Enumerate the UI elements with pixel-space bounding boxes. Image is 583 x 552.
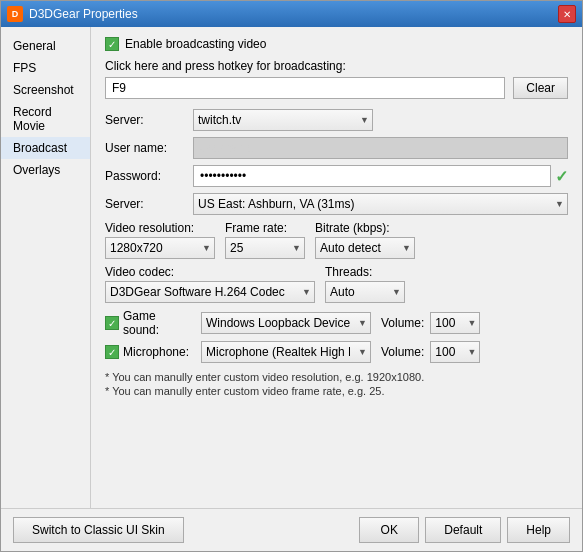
fr-group: Frame rate: 25 30 60 15 ▼ (225, 221, 305, 259)
help-button[interactable]: Help (507, 517, 570, 543)
game-volume-select-wrapper: 100 75 50 25 0 ▼ (430, 312, 480, 334)
server-row: Server: twitch.tv YouTube Mixer ▼ (105, 109, 568, 131)
threads-label: Threads: (325, 265, 405, 279)
server2-select-wrapper: US East: Ashburn, VA (31ms) US West: San… (193, 193, 568, 215)
server2-label: Server: (105, 197, 185, 211)
note2: * You can manully enter custom video fra… (105, 385, 568, 397)
password-label: Password: (105, 169, 185, 183)
notes-section: * You can manully enter custom video res… (105, 371, 568, 397)
bitrate-select[interactable]: Auto detect 1000 2000 3000 4000 (315, 237, 415, 259)
mic-volume-select-wrapper: 100 75 50 25 0 ▼ (430, 341, 480, 363)
game-sound-label: Game sound: (123, 309, 195, 337)
res-group: Video resolution: 1280x720 1920x1080 854… (105, 221, 215, 259)
mic-label-container: ✓ Microphone: (105, 345, 195, 359)
codec-select[interactable]: D3DGear Software H.264 Codec NVENC H.264… (105, 281, 315, 303)
sidebar-item-screenshot[interactable]: Screenshot (1, 79, 90, 101)
bottom-bar: Switch to Classic UI Skin OK Default Hel… (1, 508, 582, 551)
clear-button[interactable]: Clear (513, 77, 568, 99)
sidebar-item-fps[interactable]: FPS (1, 57, 90, 79)
server-select-wrapper: twitch.tv YouTube Mixer ▼ (193, 109, 373, 131)
br-group: Bitrate (kbps): Auto detect 1000 2000 30… (315, 221, 415, 259)
video-res-label: Video resolution: (105, 221, 215, 235)
res-select-wrapper: 1280x720 1920x1080 854x480 640x360 ▼ (105, 237, 215, 259)
username-input[interactable] (193, 137, 568, 159)
sidebar-item-overlays[interactable]: Overlays (1, 159, 90, 181)
mic-label: Microphone: (123, 345, 189, 359)
game-sound-checkbox[interactable]: ✓ (105, 316, 119, 330)
br-select-wrapper: Auto detect 1000 2000 3000 4000 ▼ (315, 237, 415, 259)
mic-volume-select[interactable]: 100 75 50 25 0 (430, 341, 480, 363)
classic-skin-button[interactable]: Switch to Classic UI Skin (13, 517, 184, 543)
default-button[interactable]: Default (425, 517, 501, 543)
resolution-section: Video resolution: 1280x720 1920x1080 854… (105, 221, 568, 259)
server-label: Server: (105, 113, 185, 127)
sidebar-item-broadcast[interactable]: Broadcast (1, 137, 90, 159)
game-volume-label: Volume: (381, 316, 424, 330)
codec-group: Video codec: D3DGear Software H.264 Code… (105, 265, 315, 303)
server2-row: Server: US East: Ashburn, VA (31ms) US W… (105, 193, 568, 215)
app-icon: D (7, 6, 23, 22)
password-input[interactable] (193, 165, 551, 187)
bottom-right: OK Default Help (359, 517, 570, 543)
game-volume-select[interactable]: 100 75 50 25 0 (430, 312, 480, 334)
ok-button[interactable]: OK (359, 517, 419, 543)
fr-select-wrapper: 25 30 60 15 ▼ (225, 237, 305, 259)
main-window: D D3DGear Properties ✕ General FPS Scree… (0, 0, 583, 552)
title-bar-left: D D3DGear Properties (7, 6, 138, 22)
mic-row: ✓ Microphone: Microphone (Realtek High D… (105, 341, 568, 363)
game-sound-label-container: ✓ Game sound: (105, 309, 195, 337)
note1: * You can manully enter custom video res… (105, 371, 568, 383)
threads-group: Threads: Auto 1 2 4 ▼ (325, 265, 405, 303)
enable-checkbox[interactable]: ✓ (105, 37, 119, 51)
sidebar-item-record-movie[interactable]: Record Movie (1, 101, 90, 137)
content-area: ✓ Enable broadcasting video Click here a… (91, 27, 582, 508)
mic-volume-label: Volume: (381, 345, 424, 359)
password-valid-icon: ✓ (555, 167, 568, 186)
frame-rate-label: Frame rate: (225, 221, 305, 235)
title-controls: ✕ (558, 5, 576, 23)
close-button[interactable]: ✕ (558, 5, 576, 23)
hotkey-row: Clear (105, 77, 568, 99)
mic-checkbox[interactable]: ✓ (105, 345, 119, 359)
mic-select[interactable]: Microphone (Realtek High Defin Default M… (201, 341, 371, 363)
game-sound-select-wrapper: Windows Loopback Device Default ▼ (201, 312, 371, 334)
video-codec-label: Video codec: (105, 265, 315, 279)
bottom-left: Switch to Classic UI Skin (13, 517, 184, 543)
bitrate-label: Bitrate (kbps): (315, 221, 415, 235)
server2-select[interactable]: US East: Ashburn, VA (31ms) US West: San… (193, 193, 568, 215)
password-row: Password: ✓ (105, 165, 568, 187)
hotkey-input[interactable] (105, 77, 505, 99)
threads-select[interactable]: Auto 1 2 4 (325, 281, 405, 303)
hotkey-desc: Click here and press hotkey for broadcas… (105, 59, 568, 73)
main-content: General FPS Screenshot Record Movie Broa… (1, 27, 582, 508)
codec-section: Video codec: D3DGear Software H.264 Code… (105, 265, 568, 303)
sidebar-item-general[interactable]: General (1, 35, 90, 57)
codec-select-wrapper: D3DGear Software H.264 Codec NVENC H.264… (105, 281, 315, 303)
mic-select-wrapper: Microphone (Realtek High Defin Default M… (201, 341, 371, 363)
enable-label: Enable broadcasting video (125, 37, 266, 51)
window-title: D3DGear Properties (29, 7, 138, 21)
username-row: User name: (105, 137, 568, 159)
resolution-select[interactable]: 1280x720 1920x1080 854x480 640x360 (105, 237, 215, 259)
username-label: User name: (105, 141, 185, 155)
enable-row: ✓ Enable broadcasting video (105, 37, 568, 51)
game-sound-row: ✓ Game sound: Windows Loopback Device De… (105, 309, 568, 337)
frame-rate-select[interactable]: 25 30 60 15 (225, 237, 305, 259)
title-bar: D D3DGear Properties ✕ (1, 1, 582, 27)
threads-select-wrapper: Auto 1 2 4 ▼ (325, 281, 405, 303)
server-select[interactable]: twitch.tv YouTube Mixer (193, 109, 373, 131)
sidebar: General FPS Screenshot Record Movie Broa… (1, 27, 91, 508)
game-sound-select[interactable]: Windows Loopback Device Default (201, 312, 371, 334)
